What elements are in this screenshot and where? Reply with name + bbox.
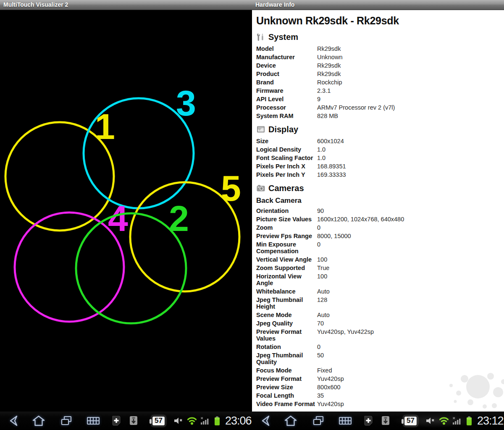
plus-notification-button[interactable] <box>363 415 374 427</box>
spec-value: 35 <box>317 392 324 399</box>
wifi-icon <box>186 416 197 426</box>
spec-value: 1600x1200, 1024x768, 640x480 <box>317 216 404 223</box>
back-icon <box>10 416 17 425</box>
spec-row: Preview FormatYuv420sp <box>256 375 498 382</box>
spec-label: System RAM <box>256 113 317 119</box>
spec-row: Jpeg Thumbnail Quality50 <box>256 352 498 365</box>
touch-label-3: 3 <box>176 83 196 123</box>
spec-label: Device <box>256 62 317 69</box>
spec-label: Min Exposure Compensation <box>256 241 317 254</box>
back-button[interactable] <box>7 414 21 427</box>
spec-row: Min Exposure Compensation0 <box>256 241 498 254</box>
spec-value: True <box>317 265 329 271</box>
section-title: Display <box>268 125 298 134</box>
plus-icon <box>363 415 374 427</box>
spec-row: Picture Size Values1600x1200, 1024x768, … <box>256 216 498 223</box>
mute-icon <box>173 416 183 426</box>
hardware-info-content[interactable]: Unknown Rk29sdk - Rk29sdk SystemModelRk2… <box>252 10 504 430</box>
pane-hardware-info: Hardware Info Unknown Rk29sdk - Rk29sdk … <box>252 0 504 430</box>
touch-label-5: 5 <box>221 168 241 208</box>
spec-label: Pixels Per Inch Y <box>256 171 317 178</box>
spec-row: ProcessorARMv7 Processor rev 2 (v7l) <box>256 104 498 111</box>
spec-value: 800x600 <box>317 384 341 391</box>
spec-label: Preview Fps Range <box>256 233 317 239</box>
battery-percent-widget[interactable]: 57 <box>152 416 165 426</box>
section-title: System <box>268 32 298 42</box>
titlebar-multitouch-visualizer: MultiTouch Visualizer 2 <box>0 0 252 10</box>
battery-percent-widget[interactable]: 57 <box>404 416 417 426</box>
spec-label: Pixels Per Inch X <box>256 163 317 170</box>
spec-label: Manufacturer <box>256 54 317 60</box>
spec-label: Product <box>256 71 317 77</box>
spec-label: Size <box>256 138 317 144</box>
hardware-section: CamerasBack CameraOrientation90Picture S… <box>256 183 498 407</box>
dual-screenshot-composite: MultiTouch Visualizer 2 13542 <box>0 0 504 430</box>
section-title: Cameras <box>268 184 304 193</box>
recents-button[interactable] <box>312 414 325 427</box>
spec-label: Vertical View Angle <box>256 256 317 263</box>
tools-icon <box>256 32 265 42</box>
spec-row: Scene ModeAuto <box>256 312 498 318</box>
market-bag-icon <box>380 414 391 427</box>
touch-canvas[interactable]: 13542 <box>0 10 252 412</box>
spec-value: ARMv7 Processor rev 2 (v7l) <box>317 104 395 111</box>
app-title: MultiTouch Visualizer 2 <box>3 1 68 8</box>
spec-row: Pixels Per Inch X168.89351 <box>256 163 498 170</box>
market-download-button[interactable] <box>128 414 139 427</box>
battery-widget-nub <box>402 419 404 424</box>
spec-value: Rockchip <box>317 79 342 86</box>
home-icon <box>285 416 296 425</box>
market-bag-icon <box>128 414 139 427</box>
spec-value: Auto <box>317 312 330 318</box>
spec-label: Rotation <box>256 343 317 350</box>
spec-row: Orientation90 <box>256 207 498 214</box>
pane-multitouch-visualizer: MultiTouch Visualizer 2 13542 <box>0 0 252 430</box>
system-bar-left: 57 23:06 <box>0 412 252 430</box>
apps-grid-button[interactable] <box>86 414 101 427</box>
spec-value: 8000, 15000 <box>317 233 351 239</box>
spec-label: Logical Density <box>256 146 317 153</box>
touch-label-2: 2 <box>169 198 189 239</box>
spec-label: Whitebalance <box>256 288 317 295</box>
spec-value: Fixed <box>317 367 332 374</box>
spec-label: Jpeg Thumbnail Quality <box>256 352 317 365</box>
spec-row: Firmware2.3.1 <box>256 87 498 94</box>
spec-value: Auto <box>317 288 330 295</box>
recents-button[interactable] <box>60 414 73 427</box>
system-bar-right: 57 23:12 <box>252 412 504 430</box>
spec-label: Jpeg Thumbnail Height <box>256 296 317 310</box>
spec-row: Focal Length35 <box>256 392 498 399</box>
spec-label: API Level <box>256 96 317 102</box>
spec-label: Preview Size <box>256 384 317 391</box>
spec-value: 90 <box>317 207 324 214</box>
spec-row: Zoom0 <box>256 224 498 231</box>
spec-row: Horizontal View Angle100 <box>256 273 498 286</box>
spec-row: API Level9 <box>256 96 498 102</box>
spec-value: Unknown <box>317 54 342 60</box>
clock: 23:12 <box>477 414 504 427</box>
spec-label: Model <box>256 45 317 52</box>
app-title: Hardware Info <box>255 1 294 8</box>
spec-label: Processor <box>256 104 317 111</box>
spec-value: 828 MB <box>317 113 338 119</box>
spec-label: Jpeg Quality <box>256 320 317 327</box>
recents-icon <box>314 417 323 425</box>
apps-grid-button[interactable] <box>338 414 353 427</box>
camera-icon <box>256 184 265 193</box>
battery-icon <box>465 415 473 426</box>
spec-row: DeviceRk29sdk <box>256 62 498 69</box>
spec-row: Zoom SupportedTrue <box>256 265 498 271</box>
market-download-button[interactable] <box>380 414 391 427</box>
spec-label: Preview Format <box>256 375 317 382</box>
spec-label: Zoom Supported <box>256 265 317 271</box>
spec-value: Rk29sdk <box>317 62 341 69</box>
spec-label: Brand <box>256 79 317 86</box>
home-button[interactable] <box>284 414 297 427</box>
spec-label: Zoom <box>256 224 317 231</box>
spec-value: Yuv420sp <box>317 401 344 407</box>
back-button[interactable] <box>259 414 273 427</box>
home-button[interactable] <box>32 414 45 427</box>
back-icon <box>262 416 269 425</box>
plus-notification-button[interactable] <box>111 415 122 427</box>
spec-value: 600x1024 <box>317 138 344 144</box>
